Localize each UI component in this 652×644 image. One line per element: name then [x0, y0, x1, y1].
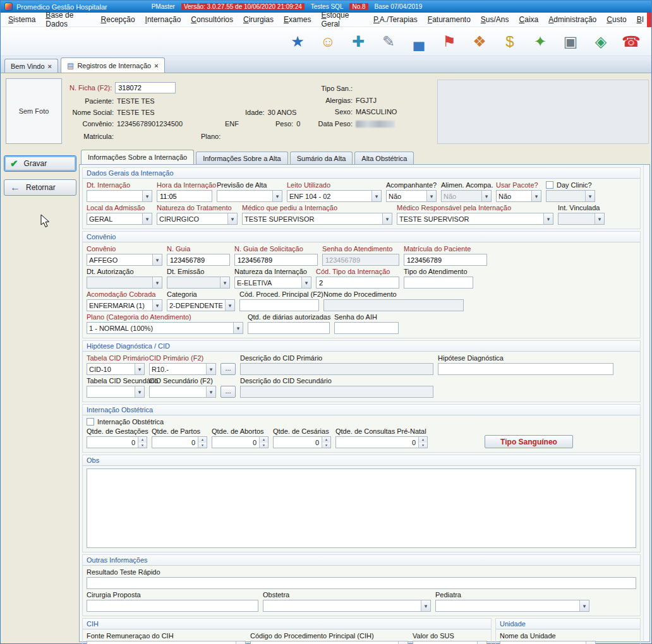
spin-up-icon[interactable]	[322, 437, 330, 443]
tabela-cid-secundario-combo[interactable]	[87, 386, 145, 398]
menu-custo[interactable]: Custo	[601, 13, 631, 26]
spin-up-icon[interactable]	[260, 437, 268, 443]
chevron-down-icon[interactable]	[272, 191, 282, 201]
vertical-scrollbar[interactable]	[643, 165, 649, 641]
spin-up-icon[interactable]	[419, 437, 427, 443]
spin-down-icon[interactable]	[198, 443, 207, 448]
inventory-icon[interactable]: ✦	[529, 30, 552, 53]
menu-recepcao[interactable]: Recepção	[96, 13, 140, 26]
pharmacy-stock-icon[interactable]: ❖	[468, 30, 491, 53]
menu-sus-ans[interactable]: Sus/Ans	[476, 13, 514, 26]
spin-up-icon[interactable]	[198, 437, 207, 443]
senha-aih-input[interactable]	[334, 322, 399, 334]
chevron-down-icon[interactable]	[152, 300, 162, 311]
resultado-teste-rapido-input[interactable]	[87, 577, 636, 589]
nome-unidade-combo[interactable]: HOSPITAL SQL - MATRIZ	[500, 641, 596, 644]
cod-proced-principal-input[interactable]	[239, 299, 319, 311]
categoria-combo[interactable]: 2-DEPENDENTE	[167, 299, 235, 311]
chevron-down-icon[interactable]	[382, 213, 392, 224]
chevron-down-icon[interactable]	[426, 191, 436, 201]
leito-combo[interactable]: ENF 104 - 02	[287, 190, 382, 202]
close-icon[interactable]	[48, 63, 52, 70]
obstetra-combo[interactable]	[263, 600, 431, 612]
n-guia-input[interactable]	[167, 254, 230, 266]
chevron-down-icon[interactable]	[477, 641, 486, 644]
fonte-remuneracao-cih-combo[interactable]	[87, 641, 246, 644]
dt-internacao-combo[interactable]	[87, 190, 152, 202]
ficha-input[interactable]	[115, 82, 176, 93]
usar-pacote-combo[interactable]: Não	[496, 190, 541, 202]
hipotese-diagnostica-input[interactable]	[438, 363, 613, 375]
codigo-procedimento-cih-combo[interactable]	[250, 641, 408, 644]
spin-down-icon[interactable]	[322, 443, 330, 448]
chevron-down-icon[interactable]	[135, 364, 144, 374]
tipo-atendimento-input[interactable]	[404, 277, 473, 289]
tab-registros-internacao[interactable]: Registros de Internação	[61, 57, 165, 73]
day-clinic-checkbox[interactable]	[546, 181, 553, 189]
acompanhante-combo[interactable]: Não	[386, 190, 437, 202]
ambulance-icon[interactable]: ⚑	[438, 30, 461, 53]
internacao-obstetrica-checkbox[interactable]	[87, 418, 94, 426]
menu-sistema[interactable]: Sistema	[3, 13, 40, 26]
natureza-tratamento-combo[interactable]: CIRURGICO	[157, 213, 238, 225]
chevron-down-icon[interactable]	[398, 641, 408, 644]
chevron-down-icon[interactable]	[227, 213, 237, 224]
close-icon[interactable]	[154, 62, 158, 69]
doctor-icon[interactable]: ✚	[347, 30, 370, 53]
menu-bi[interactable]: BI	[632, 13, 649, 26]
menu-consultorios[interactable]: Consultórios	[186, 13, 238, 26]
chevron-down-icon[interactable]	[152, 254, 162, 265]
natureza-internacao-combo[interactable]: E-ELETIVA	[234, 277, 311, 289]
chevron-down-icon[interactable]	[421, 600, 430, 611]
valor-sus-combo[interactable]	[413, 641, 487, 644]
prescription-icon[interactable]: ✎	[377, 30, 400, 53]
tipo-sanguineo-button[interactable]: Tipo Sanguíneo	[485, 435, 573, 448]
tab-informacoes-internacao[interactable]: Informações Sobre a Internação	[81, 150, 194, 164]
menu-base-de-dados[interactable]: Base de Dados	[40, 9, 95, 30]
tab-informacoes-alta[interactable]: Informações Sobre a Alta	[196, 152, 288, 164]
matricula-paciente-input[interactable]	[404, 254, 487, 266]
map-icon[interactable]: ◈	[589, 30, 612, 53]
hospital-bed-icon[interactable]: ▄	[408, 30, 430, 53]
gestacoes-stepper[interactable]: 0	[87, 436, 147, 448]
chevron-down-icon[interactable]	[142, 213, 152, 224]
chevron-down-icon[interactable]	[236, 641, 245, 644]
menu-exames[interactable]: Exames	[279, 13, 316, 26]
reception-icon[interactable]: ☺	[317, 30, 339, 53]
qtd-diarias-input[interactable]	[248, 322, 330, 334]
chevron-down-icon[interactable]	[586, 641, 595, 644]
cirurgia-proposta-input[interactable]	[87, 600, 258, 612]
obs-textarea[interactable]	[87, 468, 636, 548]
chevron-down-icon[interactable]	[543, 213, 553, 224]
tab-alta-obstetrica[interactable]: Alta Obstétrica	[354, 152, 414, 164]
chevron-down-icon[interactable]	[225, 300, 234, 311]
spin-down-icon[interactable]	[419, 443, 427, 448]
cod-tipo-internacao-input[interactable]	[316, 277, 399, 289]
abortos-stepper[interactable]: 0	[212, 436, 269, 448]
safe-icon[interactable]: ▣	[559, 30, 582, 53]
cid-secundario-combo[interactable]	[149, 386, 216, 398]
chevron-down-icon[interactable]	[371, 191, 381, 201]
plano-categoria-combo[interactable]: 1 - NORMAL (100%)	[87, 322, 243, 334]
chevron-down-icon[interactable]	[135, 386, 144, 397]
chevron-down-icon[interactable]	[206, 364, 215, 374]
spin-down-icon[interactable]	[138, 443, 147, 448]
medico-responsavel-combo[interactable]: TESTE SUPERVISOR	[397, 213, 553, 225]
browse-cid-secundario-button[interactable]: ...	[220, 386, 236, 398]
convenio-combo[interactable]: AFFEGO	[87, 254, 162, 266]
tab-sumario-alta[interactable]: Sumário da Alta	[290, 152, 353, 164]
acomodacao-cobrada-combo[interactable]: ENFERMARIA (1)	[87, 299, 162, 311]
medico-pediu-combo[interactable]: TESTE SUPERVISOR	[242, 213, 392, 225]
chevron-down-icon[interactable]	[301, 277, 311, 288]
spin-up-icon[interactable]	[138, 437, 147, 443]
prenatal-stepper[interactable]: 0	[335, 436, 428, 448]
spin-down-icon[interactable]	[260, 443, 268, 448]
tab-bem-vindo[interactable]: Bem Vindo	[4, 59, 58, 73]
menu-pa-terapias[interactable]: P.A./Terapias	[368, 13, 423, 26]
chevron-down-icon[interactable]	[531, 191, 541, 201]
pediatra-combo[interactable]	[435, 600, 589, 612]
save-button[interactable]: Gravar	[4, 155, 76, 172]
hora-internacao-input[interactable]	[157, 190, 212, 202]
menu-caixa[interactable]: Caixa	[514, 13, 544, 26]
menu-faturamento[interactable]: Faturamento	[423, 13, 476, 26]
